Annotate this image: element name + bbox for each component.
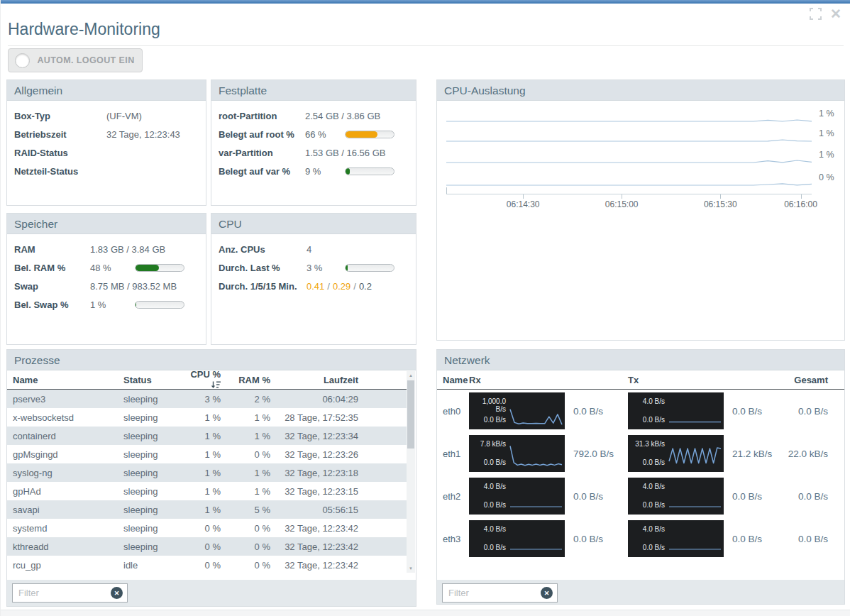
kv-row-durch-last-: Durch. Last %3 % bbox=[219, 258, 409, 277]
kv-value: 1.83 GB / 3.84 GB bbox=[90, 244, 165, 255]
spark-chart-rx: 4.0 B/s0.0 B/s bbox=[469, 478, 565, 515]
current-rx-value: 0.0 B/s bbox=[565, 534, 628, 544]
network-row-eth3: eth34.0 B/s0.0 B/s0.0 B/s4.0 B/s0.0 B/s0… bbox=[437, 517, 844, 560]
cell-status: sleeping bbox=[123, 449, 180, 460]
cell-name: gpMsgingd bbox=[13, 449, 123, 460]
process-table-scrollbar[interactable]: ▲ ▼ bbox=[407, 371, 415, 573]
cpu-current-label: 0 % bbox=[819, 172, 850, 182]
column-header-name[interactable]: Name bbox=[13, 375, 123, 385]
spark-chart-rx: 7.8 kB/s0.0 B/s bbox=[469, 435, 565, 472]
kv-label: Bel. Swap % bbox=[14, 299, 90, 310]
cell-name: rcu_gp bbox=[13, 560, 123, 571]
cell-cpu: 0 % bbox=[180, 523, 221, 534]
cpu-current-label: 1 % bbox=[819, 109, 850, 119]
cell-cpu: 3 % bbox=[180, 394, 221, 405]
interface-name: eth0 bbox=[443, 406, 469, 417]
current-rx-value: 0.0 B/s bbox=[565, 491, 628, 502]
column-header-gesamt[interactable]: Gesamt bbox=[787, 375, 844, 385]
x-tick-label: 06:16:00 bbox=[771, 199, 831, 209]
kv-row-ram: RAM1.83 GB / 3.84 GB bbox=[14, 240, 199, 258]
load-value: 0.29 bbox=[333, 281, 351, 292]
sort-descending-icon bbox=[211, 381, 221, 389]
x-tick bbox=[523, 194, 524, 199]
kv-label: Durch. Last % bbox=[219, 263, 307, 273]
cell-ram: 0 % bbox=[221, 541, 270, 552]
sparkline-rx bbox=[469, 435, 565, 472]
column-header-ram-[interactable]: RAM % bbox=[221, 375, 270, 385]
kv-row-belegt-auf-var-: Belegt auf var %9 % bbox=[219, 162, 409, 180]
x-axis-left-tick bbox=[446, 187, 447, 194]
panel-cpu-auslastung: CPU-Auslastung 1 %1 %1 %0 %06:14:3006:15… bbox=[436, 79, 845, 341]
cell-laufzeit: 28 Tage, 17:52:35 bbox=[270, 412, 358, 423]
cpu-line-cpu1 bbox=[446, 109, 812, 124]
cell-cpu: 1 % bbox=[180, 449, 221, 460]
kv-label: Box-Typ bbox=[14, 111, 106, 121]
cell-laufzeit: 32 Tage, 12:23:42 bbox=[270, 523, 358, 534]
column-header-name[interactable]: Name bbox=[443, 375, 469, 385]
sparkline-tx bbox=[628, 520, 724, 557]
cell-ram: 1 % bbox=[221, 486, 270, 497]
kv-label: Bel. RAM % bbox=[14, 263, 90, 273]
kv-row-root-partition: root-Partition2.54 GB / 3.86 GB bbox=[219, 106, 409, 125]
total-value: 0.0 B/s bbox=[787, 534, 844, 544]
x-axis bbox=[446, 194, 812, 194]
kv-label: RAM bbox=[14, 244, 90, 255]
total-value: 0.0 B/s bbox=[787, 406, 844, 417]
progress-bar bbox=[345, 264, 394, 272]
x-tick bbox=[622, 194, 622, 199]
panel-speicher-body: RAM1.83 GB / 3.84 GBBel. RAM %48 %Swap8.… bbox=[7, 234, 206, 314]
cell-status: sleeping bbox=[123, 468, 180, 478]
scroll-down-icon[interactable]: ▼ bbox=[407, 566, 415, 571]
panel-netzwerk: Netzwerk NameRxTxGesamteth01,000.0 B/s0.… bbox=[436, 349, 845, 605]
table-row: savapisleeping1 %5 %05:56:15 bbox=[7, 500, 407, 519]
panel-prozesse: Prozesse NameStatusCPU %RAM %Laufzeitpse… bbox=[6, 349, 416, 607]
sparkline-rx bbox=[469, 392, 565, 429]
current-rx-value: 792.0 B/s bbox=[565, 449, 628, 459]
kv-label: var-Partition bbox=[219, 148, 305, 158]
column-header-status[interactable]: Status bbox=[123, 375, 180, 385]
progress-fill bbox=[346, 265, 348, 271]
kv-value: 1.53 GB / 16.56 GB bbox=[305, 148, 385, 158]
column-header-rx[interactable]: Rx bbox=[469, 375, 628, 385]
cpu-line-cpu4 bbox=[446, 172, 812, 188]
close-icon[interactable]: ✕ bbox=[830, 8, 841, 20]
progress-bar bbox=[345, 167, 394, 175]
sparkline-rx bbox=[469, 478, 565, 515]
kv-label: Betriebszeit bbox=[14, 129, 106, 140]
kv-row-netzteil-status: Netzteil-Status bbox=[14, 162, 199, 180]
load-value: 0.41 bbox=[307, 281, 324, 292]
cell-name: containerd bbox=[13, 431, 123, 441]
cell-name: kthreadd bbox=[13, 541, 123, 552]
x-tick-label: 06:15:00 bbox=[592, 199, 651, 209]
cell-status: sleeping bbox=[123, 523, 180, 534]
spark-chart-rx: 4.0 B/s0.0 B/s bbox=[469, 520, 565, 557]
progress-fill bbox=[346, 131, 377, 138]
fullscreen-icon[interactable] bbox=[810, 8, 822, 20]
load-value: / bbox=[327, 281, 330, 292]
column-header-laufzeit[interactable]: Laufzeit bbox=[270, 375, 358, 385]
current-tx-value: 0.0 B/s bbox=[724, 406, 787, 417]
cell-ram: 2 % bbox=[221, 394, 270, 405]
cell-laufzeit: 05:56:15 bbox=[270, 505, 358, 515]
load-value: 0.2 bbox=[359, 281, 372, 292]
column-header-cpu-[interactable]: CPU % bbox=[180, 369, 221, 390]
column-header-tx[interactable]: Tx bbox=[628, 375, 787, 385]
network-table-header: NameRxTxGesamt bbox=[437, 370, 844, 390]
scroll-up-icon[interactable]: ▲ bbox=[407, 373, 415, 378]
network-filter-bar: ✕ bbox=[437, 580, 844, 604]
cell-name: x-websocketsd bbox=[13, 412, 123, 423]
scrollbar-thumb[interactable] bbox=[407, 380, 414, 449]
kv-row-belegt-auf-root-: Belegt auf root %66 % bbox=[219, 125, 409, 143]
x-tick-label: 06:14:30 bbox=[493, 199, 553, 209]
cell-status: sleeping bbox=[123, 541, 180, 552]
clear-filter-icon[interactable]: ✕ bbox=[111, 587, 123, 599]
cell-laufzeit: 32 Tage, 12:23:42 bbox=[270, 541, 358, 552]
x-tick bbox=[720, 194, 721, 199]
panel-cpu-title: CPU bbox=[211, 214, 416, 234]
cell-name: savapi bbox=[13, 505, 123, 515]
cell-laufzeit: 32 Tage, 12:23:42 bbox=[270, 560, 358, 571]
network-filter-box: ✕ bbox=[442, 583, 558, 603]
table-row: gpMsgingdsleeping1 %0 %32 Tage, 12:23:26 bbox=[7, 445, 407, 463]
auto-logout-toggle[interactable]: AUTOM. LOGOUT EIN bbox=[8, 48, 143, 72]
clear-filter-icon[interactable]: ✕ bbox=[541, 587, 553, 599]
